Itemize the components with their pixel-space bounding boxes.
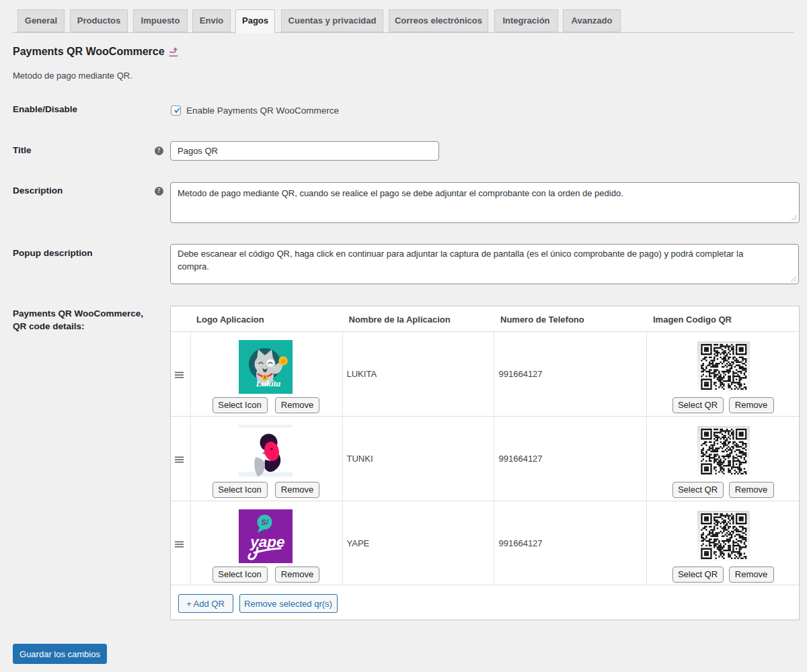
svg-text:Lukita: Lukita <box>255 378 280 388</box>
